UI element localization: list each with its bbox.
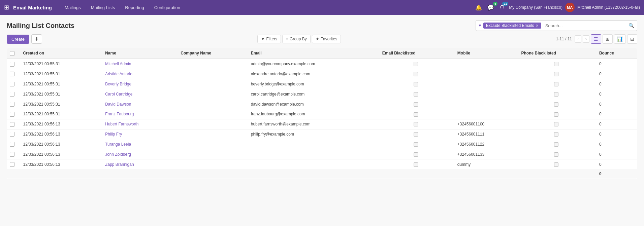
cell-email-blacklisted [378,149,453,159]
col-company-name[interactable]: Company Name [176,48,247,59]
col-bounce[interactable]: Bounce [595,48,637,59]
favorites-button[interactable]: ★ Favorites [312,35,341,43]
nav-reporting[interactable]: Reporting [120,3,149,12]
cell-name[interactable]: Philip Fry [101,129,176,139]
row-checkbox-cell[interactable] [7,59,19,69]
cell-email [247,159,378,169]
email-blacklisted-checkbox [414,152,418,157]
filter-tag-close-icon[interactable]: ✕ [536,24,539,28]
table-row: 12/03/2021 00:56:13 Turanga Leela +32456… [7,139,637,149]
row-checkbox[interactable] [10,72,14,76]
table-row: 12/03/2021 00:55:31 David Dawson david.d… [7,99,637,109]
search-icon[interactable]: 🔍 [626,23,637,28]
table-row: 12/03/2021 00:55:31 Carol Cartridge caro… [7,89,637,99]
row-checkbox[interactable] [10,162,14,167]
cell-company [176,139,247,149]
col-email[interactable]: Email [247,48,378,59]
col-mobile[interactable]: Mobile [453,48,517,59]
filters-button[interactable]: ▼ Filters [257,35,281,43]
cell-name[interactable]: Zapp Brannigan [101,159,176,169]
cell-name[interactable]: Carol Cartridge [101,89,176,99]
avatar[interactable]: MA [565,3,575,12]
cell-bounce: 0 [595,89,637,99]
star-icon: ★ [316,37,319,41]
cell-company [176,129,247,139]
chat-icon[interactable]: 💬5 [486,3,495,12]
cell-name[interactable]: Turanga Leela [101,139,176,149]
table-row: 12/03/2021 00:56:13 Zapp Brannigan dummy… [7,159,637,169]
row-checkbox-cell[interactable] [7,69,19,79]
bell-icon[interactable]: 🔔 [474,3,483,12]
row-checkbox[interactable] [10,62,14,67]
cell-name[interactable]: Franz Faubourg [101,109,176,119]
row-checkbox[interactable] [10,92,14,97]
row-checkbox-cell[interactable] [7,119,19,129]
list-view-button[interactable]: ☰ [591,34,601,44]
cell-bounce: 0 [595,69,637,79]
cell-name[interactable]: Mitchell Admin [101,59,176,69]
cell-phone-blacklisted [517,59,595,69]
row-checkbox-cell[interactable] [7,79,19,89]
table-body: 12/03/2021 00:55:31 Mitchell Admin admin… [7,59,637,169]
groupby-button[interactable]: ≡ Group By [282,35,311,43]
cell-created-on: 12/03/2021 00:56:13 [19,159,101,169]
next-page-button[interactable]: › [583,35,589,43]
cell-created-on: 12/03/2021 00:55:31 [19,109,101,119]
col-phone-blacklisted[interactable]: Phone Blacklisted [517,48,595,59]
nav-mailing-lists[interactable]: Mailing Lists [86,3,120,12]
cell-name[interactable]: David Dawson [101,99,176,109]
cell-name[interactable]: Hubert Farnsworth [101,119,176,129]
cell-bounce: 0 [595,59,637,69]
create-button[interactable]: Create [7,35,29,44]
download-button[interactable]: ⬇ [31,34,42,44]
nav-mailings[interactable]: Mailings [60,3,86,12]
col-name[interactable]: Name [101,48,176,59]
row-checkbox-cell[interactable] [7,149,19,159]
apps-icon[interactable]: ⊞ [4,4,9,11]
col-created-on[interactable]: Created on [19,48,101,59]
cell-created-on: 12/03/2021 00:55:31 [19,89,101,99]
row-checkbox-cell[interactable] [7,109,19,119]
row-checkbox-cell[interactable] [7,99,19,109]
select-all-checkbox[interactable] [10,51,14,56]
row-checkbox-cell[interactable] [7,139,19,149]
cell-mobile: +32456001111 [453,129,517,139]
pivot-view-button[interactable]: ⊟ [627,34,637,44]
cell-name[interactable]: Beverly Bridge [101,79,176,89]
timer-icon[interactable]: ⏱21 [498,3,506,12]
cell-email: franz.faubourg@example.com [247,109,378,119]
cell-company [176,59,247,69]
phone-blacklisted-checkbox [554,92,558,97]
kanban-view-button[interactable]: ⊞ [603,34,613,44]
row-checkbox[interactable] [10,122,14,127]
row-checkbox[interactable] [10,152,14,157]
toolbar-right: 1-11 / 11 ‹ › ☰ ⊞ 📊 ⊟ [556,34,637,44]
search-input[interactable] [543,23,626,28]
row-checkbox[interactable] [10,112,14,117]
toolbar-left: Create ⬇ [7,34,42,44]
col-email-blacklisted[interactable]: Email Blacklisted [378,48,453,59]
timer-badge: 21 [502,2,508,6]
row-checkbox-cell[interactable] [7,129,19,139]
cell-mobile [453,109,517,119]
row-checkbox[interactable] [10,82,14,86]
nav-configuration[interactable]: Configuration [150,3,185,12]
cell-mobile: +32456001100 [453,119,517,129]
filter-tag-exclude-blacklisted[interactable]: Exclude Blacklisted Emails ✕ [483,23,541,29]
cell-email: alexandre.antario@example.com [247,69,378,79]
row-checkbox[interactable] [10,132,14,137]
row-checkbox-cell[interactable] [7,159,19,169]
row-checkbox-cell[interactable] [7,89,19,99]
cell-email-blacklisted [378,69,453,79]
row-checkbox[interactable] [10,142,14,147]
cell-phone-blacklisted [517,139,595,149]
cell-name[interactable]: Aristide Antario [101,69,176,79]
select-all-col[interactable] [7,48,19,59]
row-checkbox[interactable] [10,102,14,107]
email-blacklisted-checkbox [414,112,418,117]
graph-view-button[interactable]: 📊 [614,34,626,44]
cell-bounce: 0 [595,99,637,109]
cell-mobile: dummy [453,159,517,169]
cell-name[interactable]: John Zoidberg [101,149,176,159]
prev-page-button[interactable]: ‹ [575,35,581,43]
